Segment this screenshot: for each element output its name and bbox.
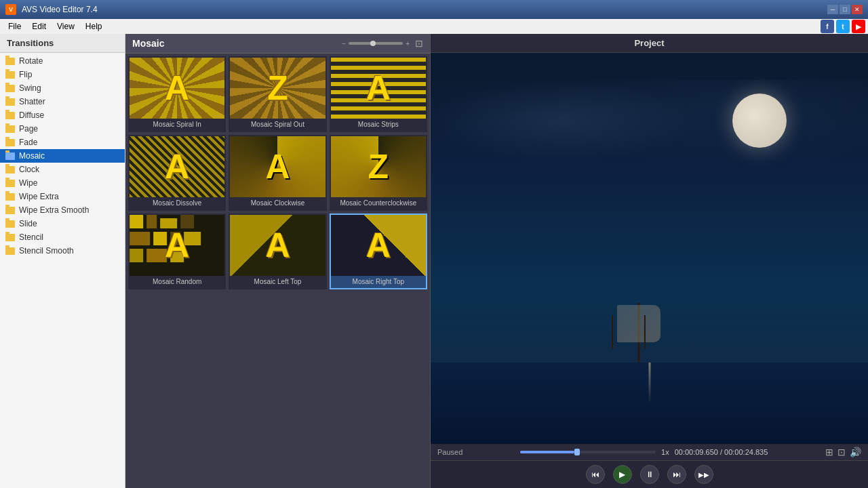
expand-icon[interactable]: ⊞ — [825, 447, 833, 458]
mosaic-item-strips[interactable]: A Mosaic Strips — [330, 56, 427, 132]
folder-icon — [5, 112, 15, 119]
facebook-icon[interactable]: f — [821, 20, 834, 33]
water-reflection — [648, 363, 650, 403]
mosaic-zoom-control: − + ⊡ — [342, 38, 423, 49]
skip-back-button[interactable]: ⏭ — [667, 465, 686, 484]
progress-bar[interactable] — [520, 451, 656, 453]
mosaic-item-random[interactable]: A Mosaic Random — [128, 214, 226, 289]
mosaic-label: Mosaic Clockwise — [230, 199, 325, 207]
menu-help[interactable]: Help — [80, 20, 108, 33]
transition-diffuse[interactable]: Diffuse — [0, 108, 125, 122]
transition-rotate[interactable]: Rotate — [0, 54, 125, 68]
mosaic-item-left-top[interactable]: A Mosaic Left Top — [229, 214, 326, 289]
mosaic-grid: A Mosaic Spiral In Z Mosaic Spiral Out A — [128, 56, 427, 289]
folder-icon — [5, 58, 15, 65]
clouds — [431, 80, 868, 161]
volume-icon[interactable]: 🔊 — [850, 447, 861, 458]
menu-file[interactable]: File — [3, 20, 26, 33]
folder-icon — [5, 71, 15, 79]
mosaic-label: Mosaic Spiral Out — [230, 121, 325, 128]
transition-stencil-smooth[interactable]: Stencil Smooth — [0, 244, 125, 258]
social-icons: f t ▶ — [821, 20, 865, 33]
zoom-slider[interactable] — [349, 42, 403, 45]
total-time: 00:00:24.835 — [724, 448, 768, 456]
transition-wipe[interactable]: Wipe — [0, 176, 125, 190]
paused-status: Paused — [437, 448, 462, 456]
paused-bar: Paused 1x 00:00:09.650 / 00:00:24.835 ⊞ … — [431, 444, 868, 460]
crop-icon[interactable]: ⊡ — [837, 447, 846, 458]
zoom-max-icon: + — [406, 40, 410, 47]
ship-scene — [431, 53, 868, 444]
transition-clock[interactable]: Clock — [0, 163, 125, 176]
main-area: Transitions Rotate Flip Swing Shatter Di… — [0, 34, 868, 488]
app-icon: V — [5, 4, 16, 15]
folder-icon — [5, 207, 15, 214]
transitions-list: Rotate Flip Swing Shatter Diffuse Page — [0, 53, 125, 488]
fast-forward-button[interactable]: ▶▶ — [694, 465, 713, 484]
mosaic-label: Mosaic Left Top — [230, 278, 325, 285]
transition-wipe-extra-smooth[interactable]: Wipe Extra Smooth — [0, 203, 125, 217]
transition-wipe-extra[interactable]: Wipe Extra — [0, 190, 125, 203]
mosaic-label: Mosaic Spiral In — [130, 121, 224, 128]
transition-label: Diffuse — [19, 110, 44, 120]
transition-stencil[interactable]: Stencil — [0, 230, 125, 244]
transition-label: Slide — [19, 219, 37, 228]
transition-shatter[interactable]: Shatter — [0, 95, 125, 108]
transition-label: Flip — [19, 70, 32, 79]
preview-controls-right: ⊞ ⊡ 🔊 — [825, 447, 861, 458]
folder-icon — [5, 247, 15, 255]
mosaic-label: Mosaic Counterclockwise — [331, 199, 426, 207]
menu-bar: File Edit View Help f t ▶ — [0, 19, 868, 34]
title-bar: V AVS Video Editor 7.4 ─ □ ✕ — [0, 0, 868, 19]
current-time: 00:00:09.650 — [675, 448, 718, 456]
transition-swing[interactable]: Swing — [0, 81, 125, 95]
mosaic-item-clockwise[interactable]: A Mosaic Clockwise — [229, 135, 326, 211]
transition-label: Wipe Extra Smooth — [19, 205, 89, 215]
transition-fade[interactable]: Fade — [0, 136, 125, 149]
mosaic-panel-header: Mosaic − + ⊡ — [125, 34, 430, 54]
transition-label: Clock — [19, 165, 39, 174]
transition-page[interactable]: Page — [0, 122, 125, 136]
youtube-icon[interactable]: ▶ — [852, 20, 865, 33]
transition-flip[interactable]: Flip — [0, 68, 125, 81]
transition-label: Shatter — [19, 97, 45, 106]
pause-button[interactable]: ⏸ — [640, 465, 659, 484]
mosaic-item-spiral-out[interactable]: Z Mosaic Spiral Out — [229, 56, 326, 132]
close-button[interactable]: ✕ — [852, 5, 863, 14]
mosaic-panel: Mosaic − + ⊡ A Mosaic Spiral In — [125, 34, 431, 488]
menu-edit[interactable]: Edit — [26, 20, 52, 33]
folder-icon — [5, 85, 15, 92]
mosaic-item-right-top[interactable]: A Mosaic Right Top — [330, 214, 427, 289]
mosaic-grid-wrapper: A Mosaic Spiral In Z Mosaic Spiral Out A — [125, 54, 430, 488]
folder-icon — [5, 180, 15, 187]
folder-icon — [5, 220, 15, 228]
mosaic-label: Mosaic Right Top — [331, 278, 426, 285]
window-controls: ─ □ ✕ — [827, 5, 863, 14]
folder-icon — [5, 193, 15, 201]
transition-mosaic[interactable]: Mosaic — [0, 149, 125, 163]
menu-view[interactable]: View — [52, 20, 80, 33]
folder-icon — [5, 234, 15, 241]
right-panel: Project Paused — [431, 34, 868, 488]
folder-icon — [5, 152, 15, 160]
svg-rect-9 — [146, 249, 167, 262]
transition-slide[interactable]: Slide — [0, 217, 125, 230]
mosaic-item-counterclockwise[interactable]: Z Mosaic Counterclockwise — [330, 135, 427, 211]
time-display: 00:00:09.650 / 00:00:24.835 — [675, 448, 768, 456]
app-title: AVS Video Editor 7.4 — [22, 5, 98, 14]
restore-button[interactable]: □ — [840, 5, 850, 14]
folder-icon — [5, 139, 15, 146]
folder-icon — [5, 166, 15, 174]
transition-label: Fade — [19, 138, 37, 147]
transition-label: Wipe Extra — [19, 192, 59, 201]
twitter-icon[interactable]: t — [836, 20, 850, 33]
mosaic-label: Mosaic Random — [130, 278, 224, 285]
rewind-button[interactable]: ⏮ — [586, 465, 605, 484]
mosaic-item-dissolve[interactable]: A Mosaic Dissolve — [128, 135, 226, 211]
transition-label: Rotate — [19, 56, 43, 66]
mosaic-item-spiral-in[interactable]: A Mosaic Spiral In — [128, 56, 226, 132]
play-button[interactable]: ▶ — [613, 465, 632, 484]
minimize-button[interactable]: ─ — [827, 5, 838, 14]
title-bar-left: V AVS Video Editor 7.4 — [5, 4, 98, 15]
fullscreen-icon[interactable]: ⊡ — [415, 38, 423, 49]
